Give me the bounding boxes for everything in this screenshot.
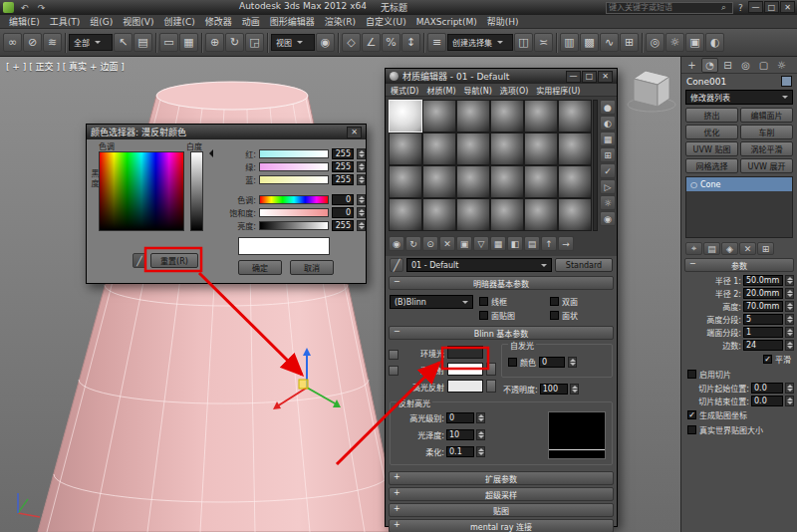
sample-tiling-icon[interactable]: ⊞	[600, 147, 616, 162]
bind-to-space-warp-icon[interactable]: ≋	[43, 33, 62, 52]
menu-maxscript[interactable]: MAXScript(M)	[411, 17, 482, 27]
smooth-checkbox[interactable]: ✓	[763, 355, 772, 364]
menu-views[interactable]: 视图(V)	[118, 15, 158, 28]
diffuse-color-swatch[interactable]	[447, 363, 483, 376]
render-setup-icon[interactable]: ☼	[665, 33, 684, 52]
material-slot[interactable]	[490, 100, 524, 133]
unwrap-uvw-button[interactable]: UVW 展开	[740, 158, 793, 173]
material-editor-icon[interactable]: ◎	[646, 33, 664, 52]
pick-material-icon[interactable]: ╱	[390, 258, 403, 272]
red-slider[interactable]	[259, 149, 329, 158]
stack-item-cone[interactable]: ○ Cone	[686, 177, 792, 191]
cap-segments-spinner[interactable]	[785, 327, 794, 338]
material-slot[interactable]	[558, 198, 592, 231]
sides-field[interactable]: 24	[743, 340, 783, 351]
whiteness-slider[interactable]	[190, 151, 203, 231]
assign-to-selection-icon[interactable]: ⊙	[422, 236, 438, 251]
remove-modifier-icon[interactable]: ✕	[739, 242, 756, 255]
uvw-map-button[interactable]: UVW 贴图	[685, 141, 738, 156]
material-name-dropdown[interactable]: 01 - Default	[406, 258, 552, 272]
ok-button[interactable]: 确定	[238, 260, 282, 275]
unlink-selection-icon[interactable]: ⊘	[23, 33, 42, 52]
minimize-icon[interactable]: —	[748, 1, 763, 13]
pin-stack-icon[interactable]: ⌖	[685, 242, 702, 255]
snap-toggle-icon[interactable]: ◇	[342, 33, 361, 52]
rendered-frame-window-icon[interactable]: ▣	[685, 33, 704, 52]
schematic-view-icon[interactable]: ⊞	[620, 33, 639, 52]
lock-ambient-diffuse-icon[interactable]	[389, 350, 398, 360]
slice-from-field[interactable]: 0.0	[751, 383, 783, 394]
menu-create[interactable]: 创建(C)	[158, 15, 199, 28]
lathe-button[interactable]: 车削	[740, 125, 793, 139]
show-end-result-icon[interactable]: ▤	[703, 242, 720, 255]
select-and-scale-icon[interactable]: ◲	[245, 33, 264, 52]
height-segments-spinner[interactable]	[785, 314, 794, 325]
reset-map-icon[interactable]: ✕	[439, 236, 455, 251]
material-slot[interactable]	[524, 133, 558, 165]
menu-navigation[interactable]: 导航(N)	[464, 85, 492, 96]
hierarchy-tab-icon[interactable]: ⊟	[719, 58, 736, 73]
eyedropper-icon[interactable]: ╱	[133, 253, 146, 268]
named-selection-sets-icon[interactable]: ≡	[427, 33, 446, 52]
self-illum-field[interactable]: 0	[539, 357, 565, 368]
object-color-swatch[interactable]	[781, 76, 792, 87]
angle-snap-icon[interactable]: ∠	[362, 33, 381, 52]
make-preview-icon[interactable]: ▷	[600, 179, 616, 194]
hue-saturation-field[interactable]	[99, 151, 184, 231]
get-material-icon[interactable]: ◉	[389, 236, 404, 251]
menu-utilities[interactable]: 实用程序(U)	[536, 85, 580, 96]
modifier-list-dropdown[interactable]: 修改器列表	[685, 90, 793, 105]
green-slider[interactable]	[259, 162, 329, 171]
mental-ray-connection-header[interactable]: + mental ray 连接	[389, 519, 614, 532]
maps-header[interactable]: + 贴图	[389, 503, 614, 517]
supersampling-header[interactable]: + 超级采样	[389, 487, 614, 501]
select-by-material-icon[interactable]: ◉	[600, 211, 616, 226]
viewport-label[interactable]: [ + ] [ 正交 ] [ 真实 + 边面 ]	[6, 60, 125, 73]
make-unique-icon[interactable]: ◈	[721, 242, 738, 255]
material-editor-titlebar[interactable]: 材质编辑器 - 01 - Default — □ ✕	[386, 69, 617, 84]
material-slot[interactable]	[456, 133, 490, 165]
close-icon[interactable]: ✕	[780, 1, 795, 13]
undo-icon[interactable]: ↶	[18, 2, 31, 14]
glossiness-spinner[interactable]	[476, 429, 485, 440]
material-slot[interactable]	[490, 165, 524, 198]
radius1-field[interactable]: 50.0mm	[743, 275, 783, 286]
configure-modifier-sets-icon[interactable]: ⊞	[757, 242, 774, 255]
material-slot[interactable]	[524, 100, 558, 133]
slice-to-spinner[interactable]	[785, 396, 794, 406]
specular-map-button[interactable]	[486, 380, 496, 393]
value-field[interactable]: 255	[332, 220, 354, 231]
modifier-stack[interactable]: ○ Cone	[685, 176, 793, 238]
max-logo-icon[interactable]	[3, 2, 14, 13]
maximize-icon[interactable]: □	[764, 1, 779, 13]
radius2-spinner[interactable]	[785, 288, 794, 299]
material-slot[interactable]	[558, 165, 592, 198]
menu-rendering[interactable]: 渲染(R)	[320, 15, 361, 28]
close-icon[interactable]: ✕	[598, 71, 613, 83]
value-slider[interactable]	[259, 221, 329, 230]
menu-group[interactable]: 组(G)	[85, 15, 118, 28]
menu-animation[interactable]: 动画	[237, 15, 265, 28]
height-spinner[interactable]	[785, 301, 794, 312]
select-and-link-icon[interactable]: ∞	[3, 33, 22, 52]
align-icon[interactable]: ≍	[534, 33, 553, 52]
opacity-spinner[interactable]	[570, 384, 579, 395]
display-tab-icon[interactable]: ▢	[755, 58, 772, 73]
optimize-button[interactable]: 优化	[685, 125, 738, 139]
specular-level-spinner[interactable]	[476, 412, 485, 423]
go-to-parent-icon[interactable]: ↑	[541, 236, 557, 251]
reset-button[interactable]: 重置(R)	[150, 253, 198, 268]
ambient-color-swatch[interactable]	[447, 346, 483, 359]
lock-diffuse-specular-icon[interactable]	[389, 366, 398, 376]
show-end-result-icon[interactable]: ▤	[524, 236, 540, 251]
mirror-icon[interactable]: ◫	[514, 33, 533, 52]
render-production-icon[interactable]: ◐	[705, 33, 724, 52]
extended-params-header[interactable]: + 扩展参数	[389, 471, 614, 485]
viewcube[interactable]	[628, 71, 675, 112]
wire-checkbox[interactable]	[479, 297, 488, 306]
utilities-tab-icon[interactable]: ☼	[773, 58, 790, 73]
put-to-library-icon[interactable]: ▽	[473, 236, 489, 251]
menu-help[interactable]: 帮助(H)	[482, 15, 524, 28]
slice-on-checkbox[interactable]	[687, 370, 696, 379]
generate-mapping-coords-checkbox[interactable]: ✓	[687, 410, 696, 419]
